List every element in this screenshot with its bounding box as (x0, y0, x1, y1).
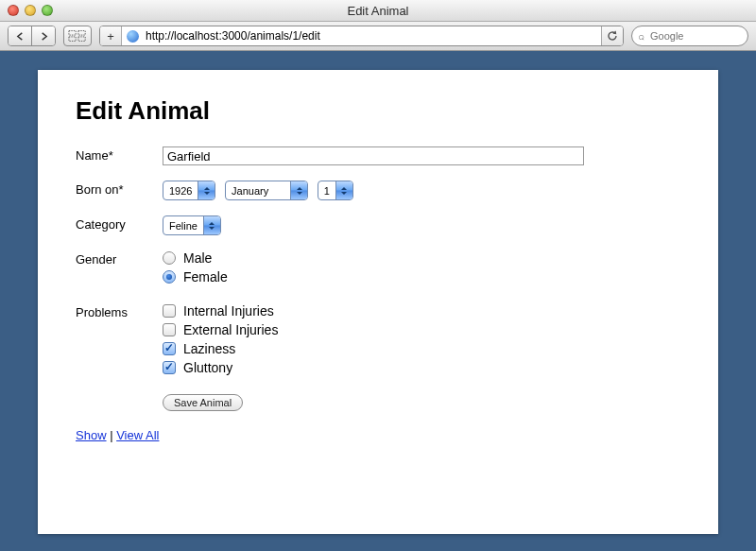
gender-male-label: Male (183, 250, 212, 266)
problem-gluttony-option[interactable]: Gluttony (163, 360, 680, 375)
born-day-select[interactable]: 1 (318, 181, 353, 200)
url-input[interactable] (144, 28, 601, 43)
toolbar-tabexpose-button[interactable] (63, 26, 92, 46)
view-all-link[interactable]: View All (116, 428, 159, 442)
category-value: Feline (163, 216, 203, 234)
add-bookmark-button[interactable]: + (100, 26, 122, 45)
svg-rect-0 (69, 31, 76, 36)
problem-gluttony-label: Gluttony (183, 360, 232, 375)
close-window-button[interactable] (8, 5, 19, 16)
problem-external-label: External Injuries (183, 322, 278, 337)
svg-rect-1 (78, 31, 85, 36)
born-year-select[interactable]: 1926 (163, 181, 215, 200)
problems-label: Problems (76, 303, 163, 319)
address-bar: + (99, 26, 624, 46)
gender-female-radio[interactable] (163, 270, 176, 284)
row-category: Category Feline (76, 215, 680, 235)
save-button[interactable]: Save Animal (163, 394, 243, 411)
viewport: Edit Animal Name* Born on* 1926 January … (0, 51, 756, 551)
problem-external-checkbox[interactable] (163, 323, 176, 336)
search-input[interactable] (648, 29, 756, 43)
problem-internal-checkbox[interactable] (163, 304, 176, 318)
gender-female-option[interactable]: Female (163, 269, 680, 284)
problem-internal-option[interactable]: Internal Injuries (163, 303, 680, 319)
born-year-value: 1926 (163, 181, 198, 199)
zoom-window-button[interactable] (42, 5, 53, 16)
name-input[interactable] (163, 146, 584, 165)
back-button[interactable] (9, 26, 31, 45)
category-label: Category (76, 215, 163, 232)
row-problems: Problems Internal Injuries External Inju… (76, 303, 680, 379)
footer-links: Show | View All (76, 428, 680, 442)
problem-internal-label: Internal Injuries (183, 303, 274, 319)
born-month-value: January (226, 181, 290, 199)
traffic-lights (8, 5, 53, 16)
stepper-icon (290, 181, 307, 199)
svg-rect-3 (78, 37, 85, 42)
minimize-window-button[interactable] (25, 5, 36, 16)
gender-label: Gender (76, 250, 163, 267)
toolbar: + ⌕ (0, 22, 756, 51)
born-day-value: 1 (318, 181, 335, 199)
window-title: Edit Animal (0, 4, 756, 18)
reload-button[interactable] (601, 26, 623, 45)
page-heading: Edit Animal (76, 96, 680, 126)
problem-laziness-checkbox[interactable] (163, 342, 176, 355)
stepper-icon (198, 181, 215, 199)
page-content: Edit Animal Name* Born on* 1926 January … (38, 70, 718, 534)
svg-rect-2 (69, 37, 76, 42)
search-icon: ⌕ (638, 30, 644, 42)
forward-button[interactable] (31, 26, 55, 45)
category-select[interactable]: Feline (163, 215, 221, 235)
stepper-icon (203, 216, 220, 234)
row-name: Name* (76, 146, 680, 165)
search-field[interactable]: ⌕ (631, 26, 748, 46)
titlebar: Edit Animal (0, 0, 756, 22)
problem-gluttony-checkbox[interactable] (163, 361, 176, 374)
show-link[interactable]: Show (76, 428, 107, 442)
row-gender: Gender Male Female (76, 250, 680, 288)
browser-window: Edit Animal + ⌕ Edit (0, 0, 756, 551)
born-month-select[interactable]: January (225, 181, 308, 200)
born-on-label: Born on* (76, 181, 163, 197)
name-label: Name* (76, 146, 163, 163)
row-born-on: Born on* 1926 January 1 (76, 181, 680, 200)
problem-laziness-label: Laziness (183, 341, 235, 356)
gender-male-option[interactable]: Male (163, 250, 680, 266)
row-submit: Save Animal (76, 394, 680, 411)
nav-buttons (8, 26, 56, 46)
stepper-icon (335, 181, 352, 199)
problem-laziness-option[interactable]: Laziness (163, 341, 680, 356)
gender-male-radio[interactable] (163, 251, 176, 265)
problem-external-option[interactable]: External Injuries (163, 322, 680, 337)
site-favicon-icon (127, 30, 139, 43)
gender-female-label: Female (183, 269, 228, 284)
